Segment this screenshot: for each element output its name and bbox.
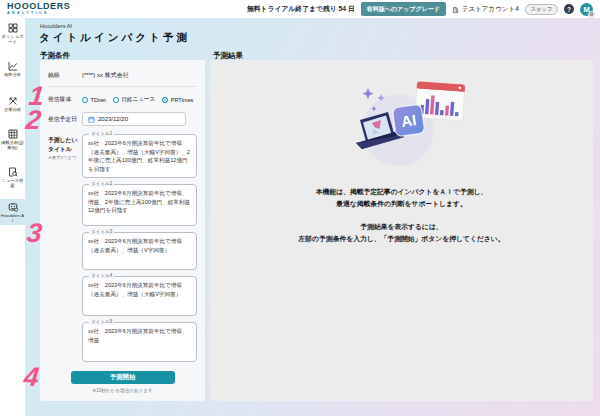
titles-label-line2: タイトル xyxy=(48,145,82,154)
title-input-2[interactable]: xx社 2023年6月期決算前年比で増収、増益、2年後に売上高100億円、経常利… xyxy=(83,185,196,225)
date-label: 発信予定日 xyxy=(48,115,82,124)
account-menu[interactable]: テストアカウント4 xyxy=(452,5,519,14)
titles-section: 予測したい タイトル ※最大5つまで タイトル1 xx社 2023年6月期決算前… xyxy=(48,134,197,362)
help-icon[interactable]: ? xyxy=(564,4,574,14)
media-label: 発信媒体 xyxy=(48,95,82,104)
title-input-4-box: タイトル4 xx社 2023年6月期決算前年比で増収（過去最高）、増益（大幅V字… xyxy=(82,276,197,316)
title-input-3[interactable]: xx社 2023年6月期決算前年比で増収（過去最高）、増益（V字回復） xyxy=(83,233,196,269)
annotation-3: 3 xyxy=(26,220,44,247)
feature-description: 本機能は、掲載予定記事のインパクトをＡＩで予測し、 最適な掲載条件の判断をサポー… xyxy=(316,186,488,210)
stock-field-row: 銘柄 (****) xx 株式会社 xyxy=(48,66,197,87)
radio-nikkei-news[interactable]: 日経ニュース xyxy=(113,96,155,104)
account-name: テストアカウント4 xyxy=(462,5,519,14)
titles-field-col: タイトル1 xx社 2023年6月期決算前年比で増収（過去最高）、増益（大幅V字… xyxy=(82,134,197,362)
title-input-5-label: タイトル5 xyxy=(89,320,114,325)
main-content: Hooolders AI タイトルインパクト予測 予測条件 予測結果 銘柄 (*… xyxy=(25,18,600,416)
titles-label-col: 予測したい タイトル ※最大5つまで xyxy=(48,134,82,362)
media-radio-group: TDnet 日経ニュース PRTimes xyxy=(82,96,193,104)
stock-value[interactable]: (****) xx 株式会社 xyxy=(82,71,129,80)
annotation-4: 4 xyxy=(23,364,41,391)
sidebar: ダッシュボード 推移分析 企業比較 掲載分析(診断別) ニュース検索 Hoool… xyxy=(0,18,25,416)
title-input-4[interactable]: xx社 2023年6月期決算前年比で増収（過去最高）、増益（大幅V字回復） xyxy=(83,277,196,315)
conditions-panel: 銘柄 (****) xx 株式会社 発信媒体 TDnet 日経ニュース xyxy=(40,60,205,401)
sidebar-item-media-analysis[interactable]: 掲載分析(診断別) xyxy=(0,126,25,152)
title-input-3-label: タイトル3 xyxy=(89,230,114,235)
date-picker-input[interactable]: 2023/12/20 xyxy=(82,112,186,126)
logo-text: HOOOLDERS xyxy=(7,2,70,11)
instruction-text: 予測結果を表示するには、 左部の予測条件を入力し、「予測開始」ボタンを押してくだ… xyxy=(299,221,505,245)
media-field-row: 発信媒体 TDnet 日経ニュース PRTimes xyxy=(48,95,197,104)
sidebar-item-trend[interactable]: 推移分析 xyxy=(0,58,25,79)
news-search-icon xyxy=(8,167,18,177)
trend-chart-icon xyxy=(8,61,18,71)
brand-logo: HOOOLDERS ANALYTICS xyxy=(7,2,70,16)
sidebar-item-hooolders-ai[interactable]: Hooolders AI xyxy=(0,199,25,225)
breadcrumb[interactable]: Hooolders AI xyxy=(40,23,72,29)
title-input-4-label: タイトル4 xyxy=(89,274,114,279)
radio-icon xyxy=(113,97,119,103)
titles-max-note: ※最大5つまで xyxy=(48,155,82,160)
start-prediction-button[interactable]: 予測開始 xyxy=(71,371,175,384)
app-window: HOOOLDERS ANALYTICS 無料トライアル終了まで残り 54 日 有… xyxy=(0,0,600,416)
sidebar-item-news-search[interactable]: ニュース検索 xyxy=(0,164,25,190)
topbar-actions: 無料トライアル終了まで残り 54 日 有料版へのアップグレード テストアカウント… xyxy=(247,2,593,16)
results-panel: AI 本機能は、掲載予定記事のインパクトをＡＩで予測し、 最適な掲載条件の判断を… xyxy=(210,60,593,401)
title-input-2-label: タイトル2 xyxy=(89,182,114,187)
title-input-3-box: タイトル3 xx社 2023年6月期決算前年比で増収（過去最高）、増益（V字回復… xyxy=(82,232,197,270)
page-title: タイトルインパクト予測 xyxy=(39,31,190,45)
radio-icon xyxy=(82,97,88,103)
sidebar-item-compare[interactable]: 企業比較 xyxy=(0,93,25,114)
sidebar-item-dashboard[interactable]: ダッシュボード xyxy=(0,20,25,46)
stock-label: 銘柄 xyxy=(48,71,82,80)
calendar-icon xyxy=(88,116,95,123)
trial-countdown-text: 無料トライアル終了まで残り 54 日 xyxy=(247,4,355,14)
user-avatar[interactable]: M ⚙ xyxy=(580,3,593,16)
top-bar: HOOOLDERS ANALYTICS 無料トライアル終了まで残り 54 日 有… xyxy=(0,0,600,18)
ai-prediction-illustration: AI xyxy=(322,80,482,172)
date-value: 2023/12/20 xyxy=(98,116,128,122)
dashboard-grid-icon xyxy=(8,23,18,33)
gear-icon: ⚙ xyxy=(588,11,595,18)
title-input-1-label: タイトル1 xyxy=(89,132,114,137)
date-field-row: 発信予定日 2023/12/20 xyxy=(48,112,197,126)
table-icon xyxy=(8,129,18,139)
role-badge: スタッフ xyxy=(525,4,558,15)
radio-tdnet[interactable]: TDnet xyxy=(82,97,106,103)
svg-text:AI: AI xyxy=(399,111,416,130)
logo-subtext: ANALYTICS xyxy=(7,12,70,16)
radio-icon-selected xyxy=(162,97,168,103)
annotation-2: 2 xyxy=(25,107,43,134)
ai-badge: AI xyxy=(392,104,425,137)
titles-label-line1: 予測したい xyxy=(48,136,82,145)
title-input-5[interactable]: xx社 2023年6月期決算前年比で増収、増益 xyxy=(83,323,196,361)
organization-icon xyxy=(452,6,459,13)
title-input-5-box: タイトル5 xx社 2023年6月期決算前年比で増収、増益 xyxy=(82,322,197,362)
title-input-1-box: タイトル1 xx社 2023年6月期決算前年比で増収（過去最高）、増益（大幅V字… xyxy=(82,134,197,178)
radio-prtimes[interactable]: PRTimes xyxy=(162,97,193,103)
title-input-2-box: タイトル2 xx社 2023年6月期決算前年比で増収、増益、2年後に売上高100… xyxy=(82,184,197,226)
ai-robot-icon xyxy=(8,202,18,212)
title-input-1[interactable]: xx社 2023年6月期決算前年比で増収（過去最高）、増益（大幅V字回復）、2年… xyxy=(83,135,196,177)
sparkle-icon xyxy=(362,88,373,99)
compare-arrows-icon xyxy=(8,96,18,106)
duration-note: ※10秒かかる場合があります xyxy=(48,388,197,393)
upgrade-button[interactable]: 有料版へのアップグレード xyxy=(361,2,446,16)
